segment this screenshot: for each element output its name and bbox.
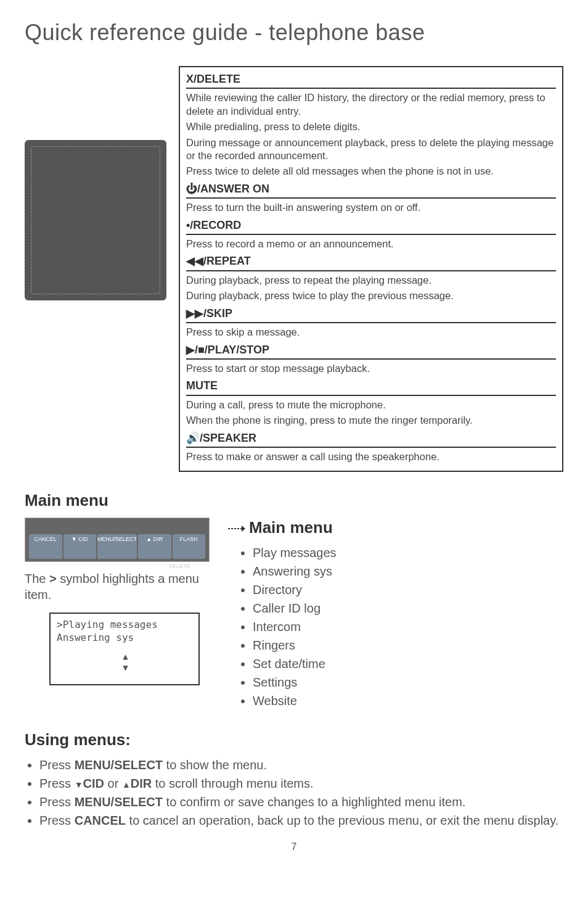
device-button: FLASH xyxy=(173,534,206,559)
reference-box: X/DELETEWhile reviewing the caller ID hi… xyxy=(179,66,563,473)
ref-section-body: While predialing, press to delete digits… xyxy=(186,120,556,133)
ref-section-body: Press to record a memo or an announcemen… xyxy=(186,237,556,250)
menu-item: Intercom xyxy=(253,619,563,635)
menu-item: Ringers xyxy=(253,637,563,653)
menu-item: Settings xyxy=(253,674,563,690)
svg-marker-1 xyxy=(242,526,245,532)
page-number: 7 xyxy=(25,841,563,854)
device-top-illustration: CANCEL▼ CIDMENU/SELECT▲ DIRFLASH DELETE xyxy=(25,518,210,562)
ref-section-body: While reviewing the caller ID history, t… xyxy=(186,91,556,118)
lcd-arrows-icon: ▲▼ xyxy=(57,651,192,673)
ref-section-body: Press twice to delete all old messages w… xyxy=(186,165,556,178)
ref-section-title: 🔊/SPEAKER xyxy=(186,431,556,448)
using-item: Press MENU/SELECT to show the menu. xyxy=(39,757,563,773)
device-button: ▼ CID xyxy=(63,534,97,559)
using-item: Press CANCEL to cancel an operation, bac… xyxy=(39,812,563,828)
ref-section-title: ▶/■/PLAY/STOP xyxy=(186,343,556,360)
main-menu-list: Play messagesAnswering sysDirectoryCalle… xyxy=(228,545,563,709)
menu-item: Play messages xyxy=(253,545,563,561)
ref-section-body: Press to make or answer a call using the… xyxy=(186,450,556,463)
device-delete-label: DELETE xyxy=(169,563,190,571)
device-button: ▲ DIR xyxy=(138,534,171,559)
using-item: Press CID or DIR to scroll through menu … xyxy=(39,775,563,791)
telephone-base-illustration xyxy=(25,140,166,300)
ref-section-title: MUTE xyxy=(186,379,556,395)
lcd-line-2: Answering sys xyxy=(57,632,192,645)
menu-item: Directory xyxy=(253,582,563,598)
highlight-note: The > symbol highlights a menu item. xyxy=(25,571,210,603)
ref-section-title: X/DELETE xyxy=(186,72,556,89)
menu-item: Answering sys xyxy=(253,563,563,579)
menu-item: Website xyxy=(253,693,563,709)
ref-section-title: ⏻/ANSWER ON xyxy=(186,182,556,199)
ref-section-body: Press to start or stop message playback. xyxy=(186,362,556,375)
ref-section-body: Press to skip a message. xyxy=(186,326,556,339)
ref-section-body: Press to turn the built-in answering sys… xyxy=(186,201,556,214)
using-menus-list: Press MENU/SELECT to show the menu.Press… xyxy=(25,757,563,828)
ref-section-body: When the phone is ringing, press to mute… xyxy=(186,414,556,427)
using-menus-heading: Using menus: xyxy=(25,730,563,751)
arrow-right-icon xyxy=(228,525,245,532)
ref-section-title: •/RECORD xyxy=(186,218,556,235)
menu-item: Set date/time xyxy=(253,656,563,672)
menu-item: Caller ID log xyxy=(253,600,563,616)
using-item: Press MENU/SELECT to confirm or save cha… xyxy=(39,794,563,810)
lcd-line-1: >Playing messages xyxy=(57,619,192,632)
ref-section-body: During a call, press to mute the microph… xyxy=(186,398,556,411)
device-button: MENU/SELECT xyxy=(97,534,137,559)
ref-section-body: During playback, press twice to play the… xyxy=(186,289,556,302)
main-menu-heading: Main menu xyxy=(25,490,563,511)
lcd-display: >Playing messages Answering sys ▲▼ xyxy=(49,613,200,685)
ref-section-body: During playback, press to repeat the pla… xyxy=(186,274,556,287)
main-menu-list-heading: Main menu xyxy=(228,518,563,539)
ref-section-body: During message or announcement playback,… xyxy=(186,136,556,163)
ref-section-title: ▶▶/SKIP xyxy=(186,307,556,323)
device-button: CANCEL xyxy=(29,534,62,559)
page-title: Quick reference guide - telephone base xyxy=(25,19,563,47)
ref-section-title: ◀◀/REPEAT xyxy=(186,254,556,271)
